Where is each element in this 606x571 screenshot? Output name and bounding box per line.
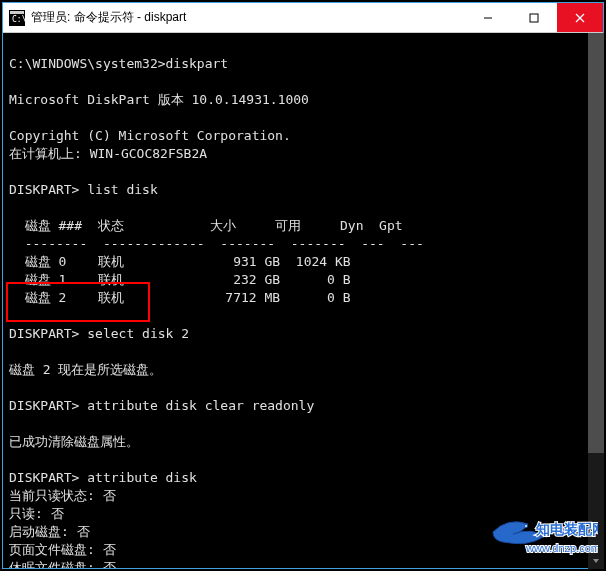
attr-boot-disk: 启动磁盘: 否 xyxy=(9,524,90,539)
attr-hibernation-disk: 休眠文件磁盘: 否 xyxy=(9,560,116,568)
scroll-down-arrow[interactable] xyxy=(588,553,604,569)
attr-readonly: 只读: 否 xyxy=(9,506,64,521)
computer-line: 在计算机上: WIN-GCOC82FSB2A xyxy=(9,146,207,161)
version-line: Microsoft DiskPart 版本 10.0.14931.1000 xyxy=(9,92,309,107)
terminal-output[interactable]: C:\WINDOWS\system32>diskpart Microsoft D… xyxy=(3,33,603,568)
scrollbar-thumb[interactable] xyxy=(588,33,604,453)
copyright-line: Copyright (C) Microsoft Corporation. xyxy=(9,128,291,143)
maximize-button[interactable] xyxy=(511,3,557,32)
window-title: 管理员: 命令提示符 - diskpart xyxy=(31,9,465,26)
disk-table-divider: -------- ------------- ------- ------- -… xyxy=(9,236,424,251)
svg-marker-7 xyxy=(593,559,599,563)
command-prompt-window: C:\ 管理员: 命令提示符 - diskpart C:\WINDOWS\sys… xyxy=(2,2,604,569)
window-controls xyxy=(465,3,603,32)
cmd-list-disk: DISKPART> list disk xyxy=(9,182,158,197)
cmd-clear-readonly: DISKPART> attribute disk clear readonly xyxy=(9,398,314,413)
titlebar[interactable]: C:\ 管理员: 命令提示符 - diskpart xyxy=(3,3,603,33)
attr-pagefile-disk: 页面文件磁盘: 否 xyxy=(9,542,116,557)
scrollbar-vertical[interactable] xyxy=(588,33,604,569)
disk-row-2: 磁盘 2 联机 7712 MB 0 B xyxy=(9,290,351,305)
minimize-button[interactable] xyxy=(465,3,511,32)
cmd-attribute-disk: DISKPART> attribute disk xyxy=(9,470,197,485)
resp-clear-readonly: 已成功清除磁盘属性。 xyxy=(9,434,139,449)
disk-table-header: 磁盘 ### 状态 大小 可用 Dyn Gpt xyxy=(9,218,403,233)
svg-text:C:\: C:\ xyxy=(12,15,25,24)
svg-rect-1 xyxy=(10,11,24,14)
resp-select-disk: 磁盘 2 现在是所选磁盘。 xyxy=(9,362,162,377)
cmd-icon: C:\ xyxy=(9,10,25,26)
disk-row-1: 磁盘 1 联机 232 GB 0 B xyxy=(9,272,351,287)
attr-readonly-state: 当前只读状态: 否 xyxy=(9,488,116,503)
close-button[interactable] xyxy=(557,3,603,32)
cmd-select-disk: DISKPART> select disk 2 xyxy=(9,326,189,341)
disk-row-0: 磁盘 0 联机 931 GB 1024 KB xyxy=(9,254,351,269)
prompt-line: C:\WINDOWS\system32>diskpart xyxy=(9,56,228,71)
svg-rect-4 xyxy=(530,14,538,22)
